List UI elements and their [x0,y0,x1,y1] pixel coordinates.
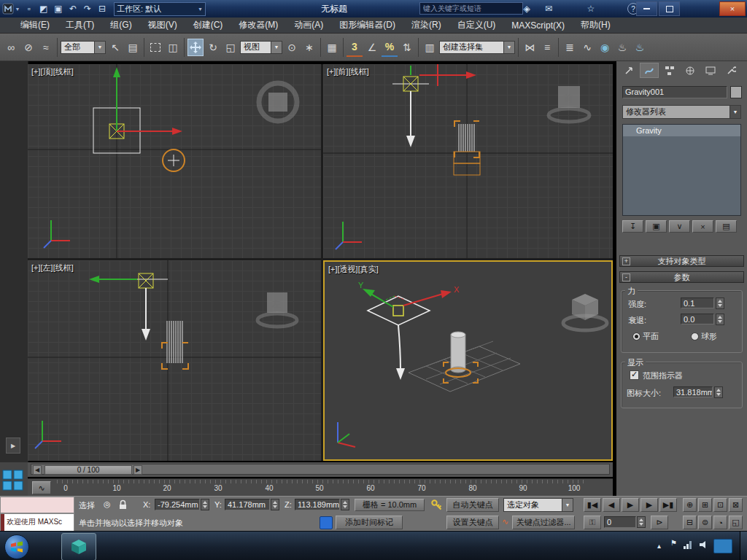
taskbar-3dsmax-button[interactable] [61,533,96,560]
bind-to-space-warp-icon[interactable]: ≈ [38,39,54,56]
volume-tray-icon[interactable] [699,540,709,549]
action-center-flag-icon[interactable]: ⚑ [670,539,677,547]
redo-icon[interactable]: ↷ [80,2,95,15]
snaps-toggle-3d-icon[interactable]: 3 [347,38,363,57]
viewport-front-label[interactable]: [+][前][线框] [327,66,369,77]
selection-filter-dropdown[interactable]: 全部 ▼ [61,41,106,54]
render-setup-icon[interactable]: ♨ [614,39,630,56]
menu-create[interactable]: 创建(C) [193,19,223,31]
maximize-viewport-toggle-icon[interactable]: ◱ [729,516,743,529]
show-end-result-icon[interactable]: ▣ [646,220,667,233]
viewport-front-canvas[interactable]: 前 [323,64,613,258]
object-name-field[interactable]: Gravity001 [622,86,727,98]
key-selection-combo[interactable]: 选定对象 ▼ [503,498,573,512]
window-crossing-toggle-icon[interactable]: ◫ [165,39,181,56]
percent-snap-toggle-icon[interactable]: % [382,38,398,57]
use-pivot-point-center-icon[interactable]: ⊙ [284,39,300,56]
isolate-selection-icon[interactable]: ◎ [104,499,111,509]
y-coord-spinner[interactable] [271,499,279,510]
decay-spinner[interactable] [716,314,724,325]
decay-field[interactable]: 0.0 [681,314,714,324]
maxscript-listener-white[interactable]: 欢迎使用 MAXSc [0,513,74,532]
zoom-extents-icon[interactable]: ⊡ [713,498,727,512]
viewport-top-label[interactable]: [+][顶][线框] [31,66,74,77]
select-and-link-icon[interactable]: ∞ [3,39,19,56]
current-frame-field[interactable]: 0 [604,516,636,528]
show-desktop-button[interactable] [740,532,747,560]
zoom-viewport-icon[interactable]: ⊕ [683,498,697,512]
viewport-left[interactable]: [+][左][线框] 左 [28,260,321,461]
select-and-scale-icon[interactable]: ◱ [222,39,239,56]
zoom-extents-all-icon[interactable]: ⊠ [729,498,743,512]
selection-lock-icon[interactable] [118,499,128,511]
field-of-view-icon[interactable]: ⊟ [683,516,697,529]
modifier-stack-item[interactable]: Gravity [623,125,740,136]
menu-maxscript[interactable]: MAXScript(X) [511,20,565,31]
icon-size-spinner[interactable] [714,386,723,398]
remove-modifier-icon[interactable]: × [692,220,713,233]
select-by-name-icon[interactable]: ▤ [125,39,141,56]
set-key-button[interactable]: 设置关键点 [446,516,499,529]
menu-help[interactable]: 帮助(H) [581,19,611,31]
previous-key-button[interactable]: ◀ [603,498,620,512]
select-and-manipulate-icon[interactable]: ∗ [301,39,317,56]
named-selection-set-combo[interactable]: 创建选择集 ▼ [439,41,515,54]
maxscript-listener-pink[interactable] [0,497,74,513]
mirror-icon[interactable]: ⋈ [522,39,538,56]
undo-icon[interactable]: ↶ [66,2,80,15]
viewport-left-canvas[interactable]: 左 [28,260,321,461]
zoom-all-icon[interactable]: ⊞ [698,498,712,512]
viewport-top-canvas[interactable]: 顶 [28,64,321,258]
keyboard-shortcut-override-icon[interactable]: ▦ [324,39,340,56]
x-coord-spinner[interactable] [201,499,209,510]
time-slider-handle[interactable]: 0 / 100 [44,465,132,475]
menu-group[interactable]: 组(G) [110,19,131,31]
go-to-start-button[interactable]: ▮◀ [584,498,601,512]
mini-curve-editor-button[interactable]: ∿ [32,481,51,494]
go-to-end-button[interactable]: ▶▮ [659,498,677,512]
network-tray-icon[interactable] [683,540,693,549]
select-and-move-icon[interactable] [187,39,204,56]
curve-editor-icon[interactable]: ∿ [579,39,595,56]
favorites-star-icon[interactable]: ☆ [584,2,598,15]
configure-modifier-sets-icon[interactable]: ▤ [716,220,737,233]
infocenter-icon[interactable]: ✉ [541,2,556,15]
search-icon[interactable]: ◈ [519,2,534,15]
render-production-icon[interactable]: ♨ [632,39,648,56]
save-file-icon[interactable]: ▣ [51,2,66,15]
rectangular-selection-region-icon[interactable] [147,39,163,56]
material-editor-icon[interactable]: ◉ [597,39,613,56]
menu-rendering[interactable]: 渲染(R) [411,19,441,31]
modifier-stack[interactable]: Gravity [622,124,741,216]
pan-view-icon[interactable]: ⊜ [698,516,712,529]
x-coord-field[interactable]: -79.254mm [155,499,200,510]
start-button[interactable] [4,534,29,559]
modifier-list-dropdown[interactable]: 修改器列表 ▼ [622,105,741,119]
unlink-selection-icon[interactable]: ⊘ [20,39,36,56]
menu-customize[interactable]: 自定义(U) [457,19,496,31]
menu-views[interactable]: 视图(V) [148,19,177,31]
angle-snap-toggle-icon[interactable]: ∠ [364,39,380,56]
viewport-front[interactable]: [+][前][线框] 前 [323,64,613,258]
viewport-left-label[interactable]: [+][左][线框] [31,262,74,273]
app-menu-button[interactable]: ▼ [0,1,22,17]
orbit-view-icon[interactable]: ◔ [713,516,727,529]
y-coord-field[interactable]: 41.178mm [225,499,270,510]
strength-field[interactable]: 0.1 [681,298,714,308]
fetch-icon[interactable]: ⊟ [95,2,109,15]
select-object-icon[interactable]: ↖ [107,39,123,56]
tab-motion[interactable] [681,63,700,78]
layer-manager-icon[interactable]: ≣ [562,39,578,56]
viewcube-top-label[interactable]: 顶 [272,98,282,109]
rollout-parameters[interactable]: - 参数 [619,271,744,283]
play-button[interactable]: ▶ [622,498,639,512]
viewport-perspective[interactable]: [+][透视][真实] Y X [323,260,613,461]
viewport-top[interactable]: [+][顶][线框] 顶 [28,64,321,258]
key-step-icon[interactable]: ⊳ [651,516,668,529]
viewport-perspective-canvas[interactable]: Y X [325,262,611,459]
track-bar[interactable]: 0 10 20 30 40 50 60 70 80 90 100 [28,478,613,497]
tab-display[interactable] [701,63,720,78]
object-color-swatch[interactable] [730,86,742,98]
next-key-button[interactable]: ▶ [640,498,658,512]
search-input[interactable] [419,2,523,15]
